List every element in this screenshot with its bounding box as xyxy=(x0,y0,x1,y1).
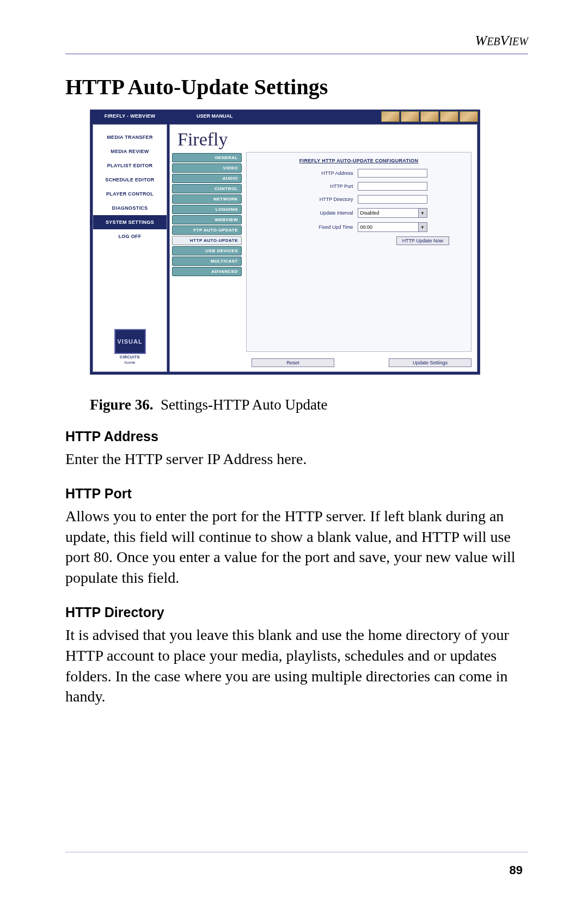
http-auto-update-form: FIREFLY HTTP AUTO-UPDATE CONFIGURATION H… xyxy=(246,152,471,352)
app-title: FIREFLY - WEBVIEW xyxy=(90,110,169,122)
figure-caption: Figure 36. Settings-HTTP Auto Update xyxy=(90,396,528,413)
para-http-port: Allows you to enter the port for the HTT… xyxy=(65,506,528,588)
label-fixed-upd-time: Fixed Upd Time xyxy=(291,224,353,230)
heading-http-address: HTTP Address xyxy=(65,429,528,444)
subtab-network[interactable]: NETWORK xyxy=(172,194,242,204)
label-http-directory: HTTP Directory xyxy=(291,197,353,202)
label-http-address: HTTP Address xyxy=(291,170,353,176)
sidebar-item-schedule-editor[interactable]: SCHEDULE EDITOR xyxy=(93,173,167,187)
form-title: FIREFLY HTTP AUTO-UPDATE CONFIGURATION xyxy=(254,158,463,163)
subtab-audio[interactable]: AUDIO xyxy=(172,174,242,183)
brand-name: Firefly xyxy=(177,129,228,149)
subtab-video[interactable]: VIDEO xyxy=(172,163,242,173)
subtab-general[interactable]: GENERAL xyxy=(172,153,242,162)
running-header: WEBVIEW xyxy=(65,33,528,49)
chevron-down-icon: ▼ xyxy=(418,223,427,231)
subtab-usb-devices[interactable]: USB DEVICES xyxy=(172,246,242,255)
sidebar-item-log-off[interactable]: LOG OFF xyxy=(93,229,167,243)
sidebar-item-system-settings[interactable]: SYSTEM SETTINGS xyxy=(93,215,167,229)
label-update-interval: Update Interval xyxy=(291,210,353,216)
select-fixed-upd-time[interactable]: 00:00 ▼ xyxy=(358,222,427,232)
footer-rule xyxy=(65,852,528,852)
settings-subtabs: GENERAL VIDEO AUDIO CONTROL NETWORK LOGG… xyxy=(172,152,242,352)
subtab-advanced[interactable]: ADVANCED xyxy=(172,267,242,276)
form-footer: Reset Update Settings xyxy=(170,355,477,371)
label-http-port: HTTP Port xyxy=(291,184,353,189)
figure-screenshot: FIREFLY - WEBVIEW USER MANUAL MEDIA TRAN… xyxy=(90,109,528,375)
visual-circuits-logo[interactable]: VISUAL CIRCUITS home xyxy=(114,329,146,365)
section-title: HTTP Auto-Update Settings xyxy=(65,74,528,100)
sidebar-item-media-review[interactable]: MEDIA REVIEW xyxy=(93,144,167,158)
sidebar-item-media-transfer[interactable]: MEDIA TRANSFER xyxy=(93,130,167,144)
reset-button[interactable]: Reset xyxy=(252,358,334,367)
page-number: 89 xyxy=(510,863,523,877)
para-http-address: Enter the HTTP server IP Address here. xyxy=(65,449,528,469)
sidebar: MEDIA TRANSFER MEDIA REVIEW PLAYLIST EDI… xyxy=(93,124,167,372)
logo-home: home xyxy=(114,360,146,365)
heading-http-port: HTTP Port xyxy=(65,486,528,502)
heading-http-directory: HTTP Directory xyxy=(65,605,528,620)
header-rule xyxy=(65,53,528,54)
sidebar-item-player-control[interactable]: PLAYER CONTROL xyxy=(93,187,167,201)
main-panel: Firefly GENERAL VIDEO AUDIO CONTROL NETW… xyxy=(169,124,477,372)
update-settings-button[interactable]: Update Settings xyxy=(389,358,471,367)
user-manual-label: USER MANUAL xyxy=(169,110,379,122)
subtab-ftp-auto-update[interactable]: FTP AUTO-UPDATE xyxy=(172,225,242,235)
select-update-interval[interactable]: Disabled ▼ xyxy=(358,208,427,218)
http-update-now-button[interactable]: HTTP Update Now xyxy=(396,236,449,245)
para-http-directory: It is advised that you leave this blank … xyxy=(65,625,528,707)
subtab-control[interactable]: CONTROL xyxy=(172,184,242,193)
logo-sub: CIRCUITS xyxy=(114,355,146,359)
header-thumbnails xyxy=(379,110,480,122)
sidebar-item-diagnostics[interactable]: DIAGNOSTICS xyxy=(93,201,167,215)
subtab-webview[interactable]: WEBVIEW xyxy=(172,215,242,224)
select-fixed-upd-time-value: 00:00 xyxy=(360,224,373,230)
input-http-directory[interactable] xyxy=(358,195,427,204)
select-update-interval-value: Disabled xyxy=(360,210,379,216)
logo-main: VISUAL xyxy=(114,329,146,354)
figure-label: Figure 36. xyxy=(90,396,154,413)
chevron-down-icon: ▼ xyxy=(418,209,427,217)
subtab-http-auto-update[interactable]: HTTP AUTO-UPDATE xyxy=(172,236,242,245)
subtab-logging[interactable]: LOGGING xyxy=(172,205,242,214)
subtab-multicast[interactable]: MULTICAST xyxy=(172,257,242,266)
webview-app: FIREFLY - WEBVIEW USER MANUAL MEDIA TRAN… xyxy=(90,109,480,375)
input-http-address[interactable] xyxy=(358,169,427,178)
input-http-port[interactable] xyxy=(358,182,427,191)
figure-text: Settings-HTTP Auto Update xyxy=(161,396,327,413)
sidebar-item-playlist-editor[interactable]: PLAYLIST EDITOR xyxy=(93,158,167,173)
